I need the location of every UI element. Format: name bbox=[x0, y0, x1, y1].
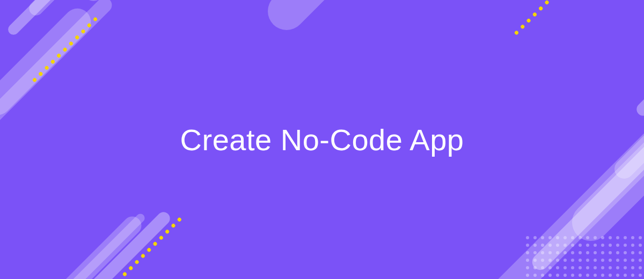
decor-stripe bbox=[611, 0, 644, 182]
decor-dots-yellow bbox=[514, 0, 550, 35]
decor-stripe bbox=[260, 0, 363, 38]
decor-stripe bbox=[634, 0, 644, 119]
decor-dot-grid bbox=[526, 236, 642, 279]
decor-stripe bbox=[0, 212, 145, 279]
decor-stripe bbox=[642, 0, 644, 91]
hero-title: Create No-Code App bbox=[180, 122, 464, 157]
decor-stripe bbox=[564, 25, 644, 248]
